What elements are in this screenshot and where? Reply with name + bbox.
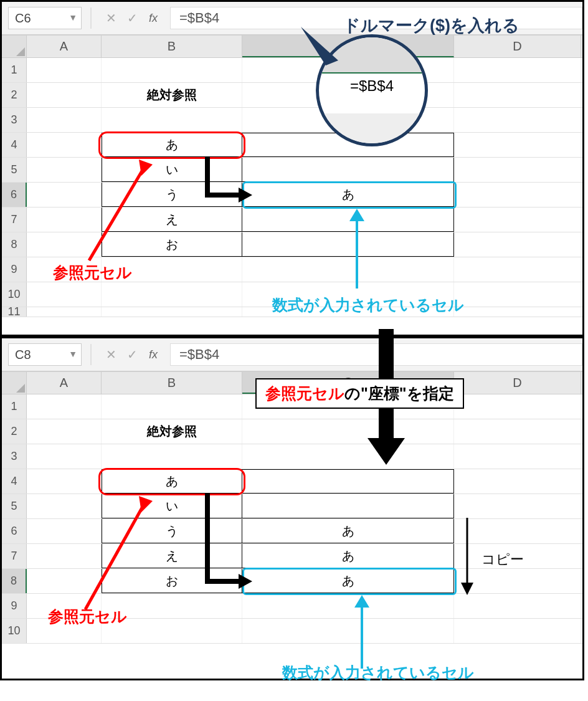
cell[interactable] [454,232,581,257]
cell[interactable] [27,394,102,419]
cell[interactable] [102,108,242,132]
select-all-triangle[interactable] [2,36,27,57]
cell[interactable] [454,108,581,132]
cell[interactable]: う [102,183,242,207]
col-header-B[interactable]: B [102,372,242,394]
fx-icon[interactable]: fx [143,344,164,365]
cell[interactable] [102,444,242,469]
cell[interactable] [27,58,102,82]
row-header[interactable]: 5 [2,158,27,182]
cell[interactable] [27,544,102,568]
cell[interactable] [454,158,581,182]
dropdown-icon[interactable]: ▼ [69,12,77,22]
cell[interactable]: お [102,569,242,593]
cell[interactable] [27,307,102,317]
cell[interactable] [102,394,242,419]
cell[interactable] [27,444,102,469]
cell[interactable] [454,494,581,518]
row-header[interactable]: 3 [2,444,27,469]
row-header[interactable]: 8 [2,232,27,257]
cell[interactable] [454,569,581,593]
cell[interactable] [27,108,102,132]
cell[interactable] [454,83,581,107]
cell[interactable] [102,307,242,317]
cell[interactable] [102,282,242,307]
cell[interactable] [242,207,454,232]
cell[interactable] [242,232,454,257]
row-header[interactable]: 6 [2,519,27,543]
col-header-D[interactable]: D [454,36,581,57]
fx-icon[interactable]: fx [143,7,164,29]
cell[interactable]: え [102,207,242,232]
cell[interactable] [454,307,581,317]
cell[interactable] [27,419,102,444]
cell[interactable] [242,619,454,643]
cell[interactable] [454,619,581,643]
row-header[interactable]: 7 [2,544,27,568]
cell[interactable]: あ [242,519,454,543]
name-box[interactable]: C6 ▼ [8,7,82,29]
cell[interactable] [27,207,102,232]
cell[interactable]: 絶対参照 [102,83,242,107]
cell[interactable] [27,469,102,494]
cell[interactable]: う [102,519,242,543]
cell[interactable] [242,494,454,518]
cell[interactable] [242,444,454,469]
row-header[interactable]: 10 [2,619,27,643]
col-header-A[interactable]: A [27,372,102,394]
row-header[interactable]: 5 [2,494,27,518]
row-header[interactable]: 3 [2,108,27,132]
row-header[interactable]: 4 [2,469,27,494]
cell[interactable] [454,58,581,82]
row-header[interactable]: 10 [2,282,27,307]
row-header[interactable]: 9 [2,594,27,618]
cancel-icon[interactable]: ✕ [100,344,121,365]
cell[interactable] [242,469,454,494]
select-all-triangle[interactable] [2,372,27,394]
cell[interactable] [27,519,102,543]
cell[interactable] [454,594,581,618]
dropdown-icon[interactable]: ▼ [69,349,77,359]
cell[interactable] [454,394,581,419]
cell[interactable] [102,58,242,82]
cell[interactable] [454,419,581,444]
col-header-B[interactable]: B [102,36,242,57]
cell[interactable]: あ [242,183,454,207]
cell[interactable]: え [102,544,242,568]
cell[interactable] [454,183,581,207]
cell[interactable]: お [102,232,242,257]
cancel-icon[interactable]: ✕ [100,7,121,29]
cell[interactable] [242,158,454,182]
cell[interactable] [454,519,581,543]
cell[interactable]: い [102,158,242,182]
cell[interactable] [454,282,581,307]
cell[interactable] [27,232,102,257]
cell[interactable] [454,207,581,232]
row-header[interactable]: 6 [2,183,27,207]
row-header[interactable]: 9 [2,257,27,282]
cell[interactable] [454,133,581,157]
cell[interactable] [454,444,581,469]
cell[interactable] [27,494,102,518]
row-header[interactable]: 1 [2,394,27,419]
cell[interactable] [27,83,102,107]
row-header[interactable]: 7 [2,207,27,232]
col-header-A[interactable]: A [27,36,102,57]
col-header-D[interactable]: D [454,372,581,394]
cell[interactable] [242,594,454,618]
cell[interactable]: あ [242,569,454,593]
name-box[interactable]: C8 ▼ [8,343,82,366]
confirm-icon[interactable]: ✓ [121,344,143,365]
row-header[interactable]: 1 [2,58,27,82]
cell[interactable]: あ [102,469,242,494]
cell[interactable] [242,419,454,444]
cell[interactable]: あ [102,133,242,157]
cell[interactable] [454,257,581,282]
row-header[interactable]: 8 [2,569,27,593]
cell[interactable] [27,183,102,207]
cell[interactable] [242,257,454,282]
row-header[interactable]: 4 [2,133,27,157]
cell[interactable]: 絶対参照 [102,419,242,444]
cell[interactable] [27,569,102,593]
cell[interactable] [27,158,102,182]
